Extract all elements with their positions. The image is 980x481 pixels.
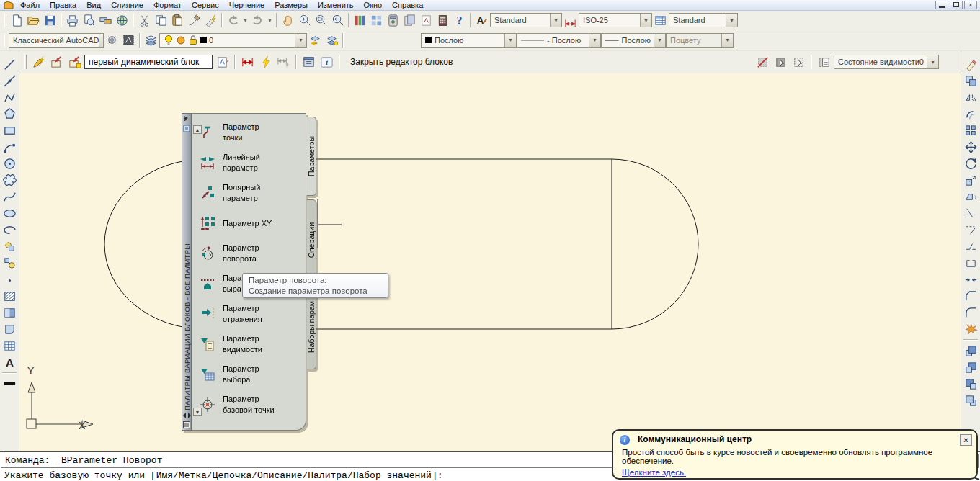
balloon-link[interactable]: Щелкните здесь. (622, 468, 686, 477)
markup-set-manager-button[interactable] (418, 12, 435, 28)
menu-format[interactable]: Формат (148, 0, 187, 10)
tab-actions[interactable]: Операции (306, 199, 316, 282)
attribute-select-all-button[interactable] (790, 54, 807, 70)
join-button[interactable] (963, 271, 979, 287)
menu-window[interactable]: Окно (359, 0, 388, 10)
parameter-button[interactable] (239, 54, 256, 70)
color-combo[interactable]: Послою ▾ (421, 33, 517, 48)
extend-button[interactable] (963, 222, 979, 238)
text-style-combo[interactable]: Standard▾ (490, 13, 562, 27)
palette-item-polar-parameter[interactable]: Полярныйпараметр (197, 179, 304, 207)
sheet-set-manager-button[interactable] (401, 12, 418, 28)
polyline-button[interactable] (1, 89, 18, 105)
redo-dropdown-arrow[interactable]: ▾ (266, 12, 274, 28)
send-under-button[interactable] (963, 392, 979, 408)
break-button[interactable] (963, 255, 979, 271)
design-center-button[interactable] (368, 12, 385, 28)
paste-button[interactable] (169, 12, 186, 28)
combo-arrow-icon[interactable]: ▾ (726, 14, 737, 27)
attribute-definition-button[interactable] (214, 54, 231, 70)
cut-button[interactable] (136, 12, 153, 28)
gradient-button[interactable] (1, 305, 18, 320)
hatch-button[interactable] (1, 288, 18, 304)
explode-button[interactable] (963, 321, 979, 337)
palette-item-xy-parameter[interactable]: Параметр XY (197, 209, 304, 238)
send-to-back-button[interactable] (963, 359, 979, 375)
combo-arrow-icon[interactable]: ▾ (550, 14, 561, 27)
menu-tools[interactable]: Сервис (187, 0, 224, 10)
plot-preview-button[interactable] (81, 12, 97, 28)
toolbar-grip[interactable] (4, 33, 6, 48)
insert-block-button[interactable] (1, 238, 18, 254)
undo-dropdown-arrow[interactable]: ▾ (241, 12, 249, 28)
menu-dimension[interactable]: Размеры (270, 0, 313, 10)
block-name-input[interactable] (84, 55, 213, 69)
bring-above-button[interactable] (963, 376, 979, 392)
combo-arrow-icon[interactable]: ▾ (927, 55, 938, 68)
circle-button[interactable] (1, 156, 18, 171)
action-button[interactable] (257, 54, 274, 70)
combo-arrow-icon[interactable]: ▾ (589, 34, 600, 47)
break-at-point-button[interactable] (963, 238, 979, 254)
balloon-close-button[interactable]: × (960, 434, 972, 446)
combo-arrow-icon[interactable]: ▾ (721, 34, 733, 47)
mirror-button[interactable] (963, 89, 979, 105)
zoom-previous-button[interactable] (329, 12, 346, 28)
restore-button[interactable] (950, 1, 963, 9)
menu-view[interactable]: Вид (81, 0, 106, 10)
ellipse-arc-button[interactable] (1, 222, 18, 238)
palette-item-visibility-parameter[interactable]: Параметрвидимости (197, 330, 304, 359)
layer-combo[interactable]: 0 ▾ (159, 33, 307, 48)
close-button[interactable]: × (964, 1, 977, 9)
menu-help[interactable]: Справка (387, 0, 428, 10)
arc-button[interactable] (1, 139, 18, 155)
attribute-hide-button[interactable] (754, 54, 771, 70)
new-file-button[interactable] (9, 12, 25, 28)
zoom-realtime-button[interactable] (296, 12, 313, 28)
make-block-button[interactable] (1, 255, 18, 271)
copy-object-button[interactable] (963, 73, 979, 89)
offset-button[interactable] (963, 106, 979, 122)
menu-modify[interactable]: Изменить (313, 0, 359, 10)
table-style-combo[interactable]: Standard▾ (669, 13, 738, 27)
point-button[interactable] (1, 271, 18, 287)
ellipse-button[interactable] (1, 205, 18, 221)
spline-button[interactable] (1, 189, 18, 204)
scale-button[interactable] (963, 172, 979, 188)
palette-item-rotation-parameter[interactable]: Параметрповорота (197, 239, 304, 268)
combo-arrow-icon[interactable]: ▾ (640, 14, 651, 27)
lineweight-combo[interactable]: Послою ▾ (601, 33, 666, 48)
menu-file[interactable]: Файл (15, 0, 45, 10)
minimize-button[interactable] (935, 1, 948, 9)
tab-parameters[interactable]: Параметры (306, 117, 316, 196)
palette-item-basepoint-parameter[interactable]: Параметрбазовой точки (197, 390, 304, 419)
etransmit-button[interactable] (114, 12, 130, 28)
quickcalc-button[interactable] (435, 12, 451, 28)
trim-button[interactable] (963, 205, 979, 221)
workspace-save-button[interactable] (120, 32, 137, 48)
line-button[interactable] (1, 56, 18, 72)
palette-title-bar[interactable]: ПАЛИТРЫ ВАРИАЦИИ БЛОКОВ - ВСЕ ПАЛИТРЫ (182, 113, 192, 431)
move-button[interactable] (963, 139, 979, 155)
attribute-select-button[interactable] (772, 54, 789, 70)
erase-button[interactable] (963, 56, 979, 72)
drawing-canvas[interactable]: Y X (19, 73, 961, 451)
region-button[interactable] (1, 321, 18, 337)
close-block-editor-button[interactable]: Закрыть редактор блоков (344, 55, 459, 68)
make-object-layer-current-button[interactable] (307, 32, 324, 48)
save-block-button[interactable] (48, 54, 65, 70)
pan-button[interactable] (280, 12, 296, 28)
combo-arrow-icon[interactable]: ▾ (504, 34, 516, 47)
multiline-text-button[interactable]: A (1, 354, 18, 370)
array-button[interactable] (963, 122, 979, 138)
layer-properties-button[interactable] (143, 32, 159, 48)
layer-previous-button[interactable] (324, 32, 340, 48)
construction-line-button[interactable] (1, 73, 18, 89)
revision-cloud-button[interactable] (1, 172, 18, 188)
polygon-button[interactable] (1, 106, 18, 122)
workspace-combo[interactable]: Классический AutoCAD▾ (9, 33, 104, 48)
edit-block-button[interactable] (30, 54, 47, 70)
properties-button[interactable] (352, 12, 368, 28)
toolbar-grip[interactable] (4, 13, 6, 27)
copy-button[interactable] (153, 12, 169, 28)
